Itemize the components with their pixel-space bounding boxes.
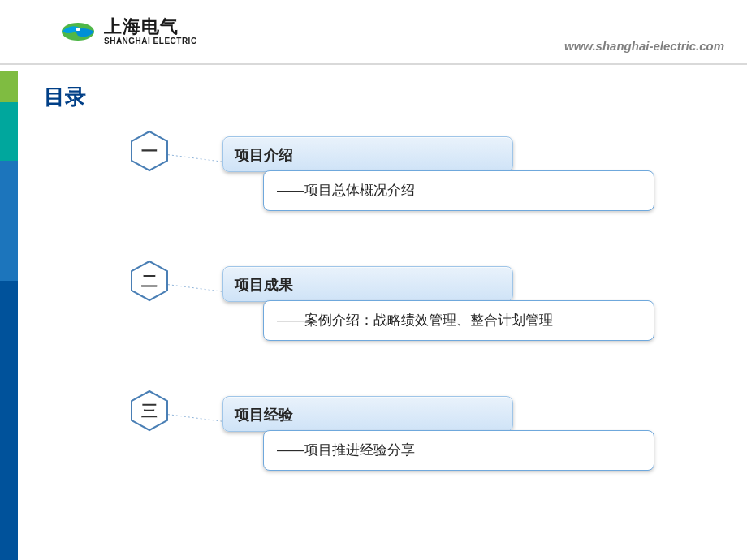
section-sub: ——案例介绍：战略绩效管理、整合计划管理 [277,312,553,328]
slide: 上海电气 SHANGHAI ELECTRIC www.shanghai-elec… [0,0,747,560]
connector-dots-icon [164,412,227,424]
section-sub: ——项目推进经验分享 [277,442,415,458]
company-url: www.shanghai-electric.com [564,39,724,53]
section-heading-box: 项目经验 [222,396,513,432]
hex-badge-1: 一 [128,130,171,172]
bar-green [0,71,18,102]
header-divider [0,63,747,65]
hex-number: 一 [128,130,171,172]
svg-line-5 [164,284,227,292]
section-heading: 项目经验 [235,407,293,423]
section-heading-box: 项目介绍 [222,136,513,172]
hex-number: 三 [128,390,171,432]
section-sub-box: ——案例介绍：战略绩效管理、整合计划管理 [263,300,654,341]
toc-section-2: 二 项目成果 ——案例介绍：战略绩效管理、整合计划管理 [0,260,747,381]
logo-cn: 上海电气 [104,18,197,36]
toc-section-1: 一 项目介绍 ——项目总体概况介绍 [0,130,747,252]
section-sub: ——项目总体概况介绍 [277,183,415,198]
hex-badge-3: 三 [128,390,171,432]
section-heading: 项目成果 [235,277,293,293]
logo: 上海电气 SHANGHAI ELECTRIC [60,18,197,45]
section-sub-box: ——项目推进经验分享 [263,430,654,471]
section-heading-box: 项目成果 [222,266,513,302]
page-title: 目录 [44,83,86,111]
toc-section-3: 三 项目经验 ——项目推进经验分享 [0,390,747,511]
table-of-contents: 一 项目介绍 ——项目总体概况介绍 二 [0,130,747,519]
logo-en: SHANGHAI ELECTRIC [104,37,197,45]
logo-mark-icon [60,18,96,45]
svg-line-3 [164,154,227,162]
svg-point-1 [76,28,80,31]
section-heading: 项目介绍 [235,147,293,163]
connector-dots-icon [164,282,227,294]
header: 上海电气 SHANGHAI ELECTRIC www.shanghai-elec… [0,0,747,71]
logo-text: 上海电气 SHANGHAI ELECTRIC [104,18,197,45]
hex-number: 二 [128,260,171,302]
svg-line-7 [164,414,227,422]
section-sub-box: ——项目总体概况介绍 [263,170,654,211]
hex-badge-2: 二 [128,260,171,302]
connector-dots-icon [164,153,227,164]
